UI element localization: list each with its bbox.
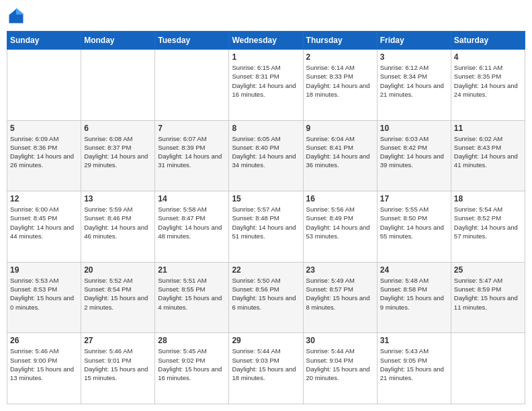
day-number: 11 — [454, 124, 522, 133]
day-number: 15 — [232, 194, 300, 203]
daylight: Daylight: 14 hours and 29 minutes. — [84, 152, 148, 169]
calendar-cell: 23 Sunrise: 5:49 AM Sunset: 8:57 PM Dayl… — [303, 262, 377, 333]
sunrise: Sunrise: 5:47 AM — [454, 277, 502, 284]
day-info: Sunrise: 5:47 AM Sunset: 8:59 PM Dayligh… — [454, 276, 522, 312]
day-number: 3 — [380, 52, 448, 62]
day-info: Sunrise: 6:11 AM Sunset: 8:35 PM Dayligh… — [454, 63, 522, 99]
daylight: Daylight: 14 hours and 51 minutes. — [232, 224, 296, 240]
daylight: Daylight: 15 hours and 4 minutes. — [158, 294, 222, 310]
daylight: Daylight: 15 hours and 21 minutes. — [380, 365, 444, 381]
calendar-cell: 30 Sunrise: 5:44 AM Sunset: 9:04 PM Dayl… — [303, 333, 377, 404]
day-number: 19 — [10, 265, 78, 275]
calendar-cell: 19 Sunrise: 5:53 AM Sunset: 8:53 PM Dayl… — [7, 262, 81, 333]
day-info: Sunrise: 5:43 AM Sunset: 9:05 PM Dayligh… — [380, 347, 448, 382]
sunrise: Sunrise: 6:15 AM — [232, 64, 280, 71]
calendar-cell: 20 Sunrise: 5:52 AM Sunset: 8:54 PM Dayl… — [81, 262, 155, 333]
daylight: Daylight: 14 hours and 24 minutes. — [454, 82, 518, 98]
day-number: 28 — [158, 336, 226, 345]
calendar-week-2: 5 Sunrise: 6:09 AM Sunset: 8:36 PM Dayli… — [7, 120, 525, 191]
calendar-cell — [155, 50, 229, 121]
sunset: Sunset: 8:34 PM — [380, 73, 427, 80]
calendar-cell: 11 Sunrise: 6:02 AM Sunset: 8:43 PM Dayl… — [451, 120, 525, 191]
sunrise: Sunrise: 6:14 AM — [306, 64, 355, 71]
sunset: Sunset: 9:00 PM — [10, 357, 57, 364]
daylight: Daylight: 14 hours and 55 minutes. — [380, 224, 444, 240]
daylight: Daylight: 14 hours and 48 minutes. — [158, 224, 222, 240]
day-number: 10 — [380, 124, 448, 133]
day-number: 31 — [380, 336, 448, 345]
day-info: Sunrise: 6:03 AM Sunset: 8:42 PM Dayligh… — [380, 134, 448, 170]
day-info: Sunrise: 6:08 AM Sunset: 8:37 PM Dayligh… — [84, 134, 152, 170]
daylight: Daylight: 15 hours and 16 minutes. — [158, 365, 222, 381]
day-number: 23 — [306, 265, 374, 275]
calendar-cell: 26 Sunrise: 5:46 AM Sunset: 9:00 PM Dayl… — [7, 333, 81, 404]
sunset: Sunset: 8:39 PM — [158, 144, 205, 151]
day-info: Sunrise: 6:12 AM Sunset: 8:34 PM Dayligh… — [380, 63, 448, 99]
sunset: Sunset: 8:42 PM — [380, 144, 427, 151]
daylight: Daylight: 14 hours and 21 minutes. — [380, 82, 444, 98]
daylight: Daylight: 14 hours and 18 minutes. — [306, 82, 370, 98]
calendar-cell: 16 Sunrise: 5:56 AM Sunset: 8:49 PM Dayl… — [303, 191, 377, 263]
daylight: Daylight: 15 hours and 2 minutes. — [84, 294, 148, 310]
calendar-cell: 28 Sunrise: 5:45 AM Sunset: 9:02 PM Dayl… — [155, 333, 229, 404]
calendar-week-4: 19 Sunrise: 5:53 AM Sunset: 8:53 PM Dayl… — [7, 262, 525, 333]
sunset: Sunset: 8:56 PM — [232, 285, 279, 293]
day-info: Sunrise: 5:46 AM Sunset: 9:00 PM Dayligh… — [10, 347, 78, 382]
day-number: 1 — [232, 52, 300, 62]
calendar-cell — [451, 333, 525, 404]
calendar-cell: 21 Sunrise: 5:51 AM Sunset: 8:55 PM Dayl… — [155, 262, 229, 333]
day-info: Sunrise: 6:00 AM Sunset: 8:45 PM Dayligh… — [10, 205, 78, 240]
sunrise: Sunrise: 6:02 AM — [454, 135, 502, 142]
day-info: Sunrise: 5:53 AM Sunset: 8:53 PM Dayligh… — [10, 276, 78, 312]
sunrise: Sunrise: 5:54 AM — [454, 205, 502, 213]
calendar-cell: 12 Sunrise: 6:00 AM Sunset: 8:45 PM Dayl… — [7, 191, 81, 263]
calendar-cell: 1 Sunrise: 6:15 AM Sunset: 8:31 PM Dayli… — [229, 50, 303, 121]
calendar-cell: 10 Sunrise: 6:03 AM Sunset: 8:42 PM Dayl… — [377, 120, 451, 191]
day-number: 29 — [232, 336, 300, 345]
calendar-week-5: 26 Sunrise: 5:46 AM Sunset: 9:00 PM Dayl… — [7, 333, 525, 404]
calendar-cell: 24 Sunrise: 5:48 AM Sunset: 8:58 PM Dayl… — [377, 262, 451, 333]
day-info: Sunrise: 5:56 AM Sunset: 8:49 PM Dayligh… — [306, 205, 374, 240]
day-info: Sunrise: 6:09 AM Sunset: 8:36 PM Dayligh… — [10, 134, 78, 170]
day-info: Sunrise: 5:59 AM Sunset: 8:46 PM Dayligh… — [84, 205, 152, 240]
day-info: Sunrise: 5:45 AM Sunset: 9:02 PM Dayligh… — [158, 347, 226, 382]
sunrise: Sunrise: 6:08 AM — [84, 135, 132, 142]
sunrise: Sunrise: 6:11 AM — [454, 64, 502, 71]
sunrise: Sunrise: 5:43 AM — [380, 347, 429, 355]
daylight: Daylight: 14 hours and 41 minutes. — [454, 152, 518, 169]
calendar-week-3: 12 Sunrise: 6:00 AM Sunset: 8:45 PM Dayl… — [7, 191, 525, 263]
sunrise: Sunrise: 5:45 AM — [158, 347, 206, 355]
day-number: 21 — [158, 265, 226, 275]
weekday-header-monday: Monday — [81, 32, 155, 50]
logo — [7, 7, 28, 26]
day-info: Sunrise: 5:57 AM Sunset: 8:48 PM Dayligh… — [232, 205, 300, 240]
day-info: Sunrise: 5:54 AM Sunset: 8:52 PM Dayligh… — [454, 205, 522, 240]
day-info: Sunrise: 6:15 AM Sunset: 8:31 PM Dayligh… — [232, 63, 300, 99]
calendar-cell: 7 Sunrise: 6:07 AM Sunset: 8:39 PM Dayli… — [155, 120, 229, 191]
calendar-cell: 22 Sunrise: 5:50 AM Sunset: 8:56 PM Dayl… — [229, 262, 303, 333]
daylight: Daylight: 14 hours and 26 minutes. — [10, 152, 74, 169]
calendar-cell: 8 Sunrise: 6:05 AM Sunset: 8:40 PM Dayli… — [229, 120, 303, 191]
sunrise: Sunrise: 6:00 AM — [10, 205, 58, 213]
daylight: Daylight: 15 hours and 20 minutes. — [306, 365, 370, 381]
daylight: Daylight: 14 hours and 53 minutes. — [306, 224, 370, 240]
day-number: 9 — [306, 124, 374, 133]
sunrise: Sunrise: 6:07 AM — [158, 135, 206, 142]
calendar-cell: 5 Sunrise: 6:09 AM Sunset: 8:36 PM Dayli… — [7, 120, 81, 191]
sunrise: Sunrise: 5:46 AM — [84, 347, 132, 355]
day-number: 25 — [454, 265, 522, 275]
sunrise: Sunrise: 5:58 AM — [158, 205, 206, 213]
day-info: Sunrise: 5:44 AM Sunset: 9:04 PM Dayligh… — [306, 347, 374, 382]
sunrise: Sunrise: 5:59 AM — [84, 205, 132, 213]
calendar-cell: 9 Sunrise: 6:04 AM Sunset: 8:41 PM Dayli… — [303, 120, 377, 191]
sunrise: Sunrise: 5:50 AM — [232, 277, 280, 284]
sunrise: Sunrise: 5:48 AM — [380, 277, 429, 284]
daylight: Daylight: 14 hours and 34 minutes. — [232, 152, 296, 169]
daylight: Daylight: 15 hours and 0 minutes. — [10, 294, 74, 310]
day-number: 7 — [158, 124, 226, 133]
sunset: Sunset: 8:58 PM — [380, 285, 427, 293]
sunset: Sunset: 8:47 PM — [158, 214, 205, 222]
calendar-table: SundayMondayTuesdayWednesdayThursdayFrid… — [7, 31, 525, 404]
day-info: Sunrise: 5:46 AM Sunset: 9:01 PM Dayligh… — [84, 347, 152, 382]
calendar-cell — [81, 50, 155, 121]
